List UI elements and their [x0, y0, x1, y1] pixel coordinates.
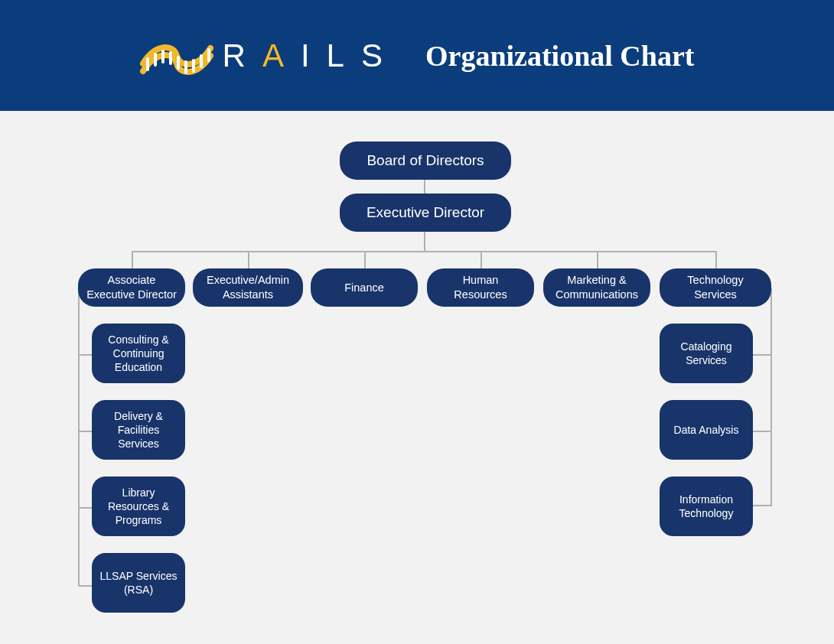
connector [132, 251, 715, 252]
node-finance: Finance [311, 268, 418, 307]
node-information-technology: Information Technology [660, 476, 753, 536]
connector [78, 288, 80, 587]
node-associate-executive-director: Associate Executive Director [78, 268, 185, 307]
connector [770, 288, 772, 506]
node-technology-services: Technology Services [660, 268, 771, 307]
connector [752, 505, 772, 506]
connector [424, 178, 425, 195]
node-delivery-facilities-services: Delivery & Facilities Services [92, 400, 185, 460]
node-executive-director: Executive Director [340, 194, 511, 232]
connector [424, 229, 425, 251]
header: RAILS Organizational Chart [0, 0, 834, 111]
node-executive-admin-assistants: Executive/Admin Assistants [193, 268, 303, 307]
node-llsap-services-rsa: LLSAP Services (RSA) [92, 553, 185, 613]
node-human-resources: Human Resources [427, 268, 534, 307]
node-library-resources-programs: Library Resources & Programs [92, 476, 185, 536]
node-board-of-directors: Board of Directors [340, 141, 511, 180]
node-cataloging-services: Cataloging Services [660, 324, 753, 383]
node-consulting-continuing-education: Consulting & Continuing Education [92, 324, 185, 383]
brand-text-part: ILS [301, 37, 399, 73]
node-data-analysis: Data Analysis [660, 400, 753, 460]
page-title: Organizational Chart [425, 39, 694, 73]
logo: RAILS [140, 36, 399, 76]
org-chart: Board of Directors Executive Director As… [0, 111, 834, 644]
brand-text-accent: A [262, 37, 301, 73]
connector [752, 354, 772, 356]
brand-text-part: R [223, 37, 262, 73]
rails-track-icon [140, 36, 213, 76]
node-marketing-communications: Marketing & Communications [543, 268, 650, 307]
brand-text: RAILS [223, 37, 399, 74]
connector [752, 431, 772, 432]
